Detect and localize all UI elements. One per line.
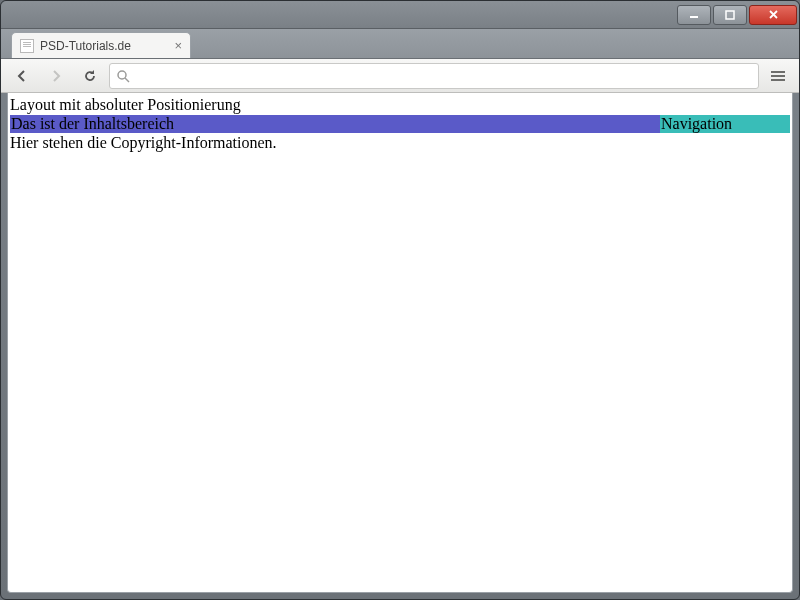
- window-titlebar: [1, 1, 799, 29]
- tab-title: PSD-Tutorials.de: [40, 39, 168, 53]
- page-favicon-icon: [20, 39, 34, 53]
- reload-button[interactable]: [75, 63, 105, 89]
- page-viewport: Layout mit absoluter Positionierung Das …: [7, 93, 793, 593]
- back-button[interactable]: [7, 63, 37, 89]
- forward-arrow-icon: [48, 68, 64, 84]
- forward-button[interactable]: [41, 63, 71, 89]
- browser-toolbar: [1, 59, 799, 93]
- search-icon: [116, 69, 130, 83]
- minimize-icon: [689, 10, 699, 20]
- svg-point-4: [118, 71, 126, 79]
- browser-tab[interactable]: PSD-Tutorials.de ×: [11, 32, 191, 58]
- menu-icon: [771, 75, 785, 77]
- navigation-area: Navigation: [660, 115, 790, 133]
- tab-strip: PSD-Tutorials.de ×: [1, 29, 799, 59]
- page-header: Layout mit absoluter Positionierung: [10, 95, 790, 115]
- minimize-button[interactable]: [677, 5, 711, 25]
- page-main-row: Das ist der Inhaltsbereich Navigation: [10, 115, 790, 133]
- svg-line-5: [125, 78, 129, 82]
- menu-button[interactable]: [763, 63, 793, 89]
- content-area: Das ist der Inhaltsbereich: [10, 115, 660, 133]
- address-bar[interactable]: [109, 63, 759, 89]
- close-icon: [768, 9, 779, 20]
- reload-icon: [82, 68, 98, 84]
- page-body: Layout mit absoluter Positionierung Das …: [8, 93, 792, 155]
- tab-close-icon[interactable]: ×: [174, 38, 182, 53]
- browser-window: PSD-Tutorials.de × Layout mit absoluter …: [0, 0, 800, 600]
- back-arrow-icon: [14, 68, 30, 84]
- svg-rect-1: [726, 11, 734, 19]
- maximize-icon: [725, 10, 735, 20]
- page-footer: Hier stehen die Copyright-Informationen.: [10, 133, 790, 153]
- maximize-button[interactable]: [713, 5, 747, 25]
- close-button[interactable]: [749, 5, 797, 25]
